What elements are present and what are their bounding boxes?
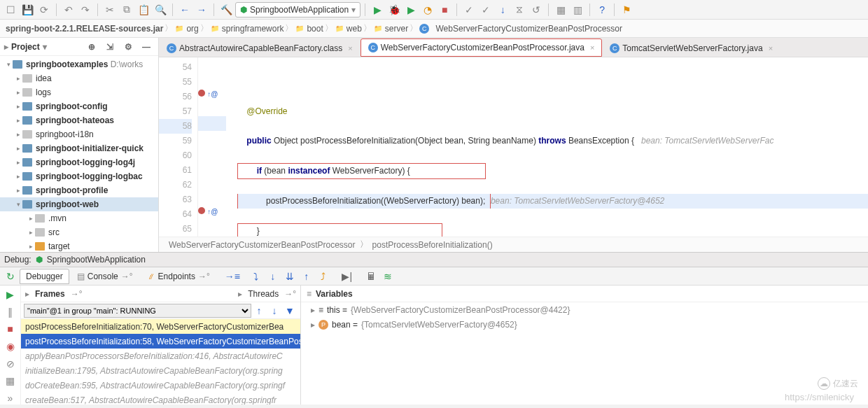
tree-item[interactable]: ▸springboot-logging-logbac — [0, 169, 158, 183]
settings-icon[interactable]: » — [3, 391, 18, 405]
tab-console[interactable]: ▤Console→° — [71, 269, 139, 284]
coverage-icon[interactable]: ▶ — [403, 2, 419, 17]
settings-icon[interactable]: ▥ — [570, 2, 585, 17]
cut-icon[interactable]: ✂ — [102, 2, 118, 17]
frame-row[interactable]: initializeBean:1795, AbstractAutowireCap… — [21, 363, 300, 378]
debug-icon[interactable]: 🐞 — [386, 2, 402, 17]
resume-icon[interactable]: ▶ — [3, 288, 18, 302]
collapse-icon[interactable]: ⇲ — [102, 39, 118, 55]
stop-icon[interactable]: ■ — [437, 2, 452, 17]
prev-frame-icon[interactable]: ↑ — [251, 303, 267, 318]
frame-row[interactable]: createBean:517, AbstractAutowireCapableB… — [21, 393, 300, 405]
close-icon[interactable]: × — [769, 44, 773, 52]
step-over-icon[interactable]: ⤵ — [248, 269, 264, 284]
stop-icon[interactable]: ■ — [3, 323, 18, 336]
mute-bp-icon[interactable]: ⊘ — [3, 357, 18, 370]
frame-row[interactable]: doCreateBean:595, AbstractAutowireCapabl… — [21, 378, 300, 393]
tree-item[interactable]: ▾springboot-web — [0, 197, 158, 211]
paste-icon[interactable]: 📋 — [136, 2, 151, 17]
step-out-icon[interactable]: ↑ — [299, 269, 314, 284]
threads-label[interactable]: Threads — [248, 289, 279, 299]
frame-row[interactable]: postProcessBeforeInitialization:58, WebS… — [21, 334, 300, 349]
layout-icon[interactable]: ▦ — [3, 374, 18, 388]
tree-item[interactable]: ▸idea — [0, 71, 158, 85]
variables-list[interactable]: ▸≡ this = {WebServerFactoryCustomizerBea… — [301, 302, 868, 332]
find-icon[interactable]: 🔍 — [153, 2, 168, 17]
breakpoints-icon[interactable]: ◉ — [3, 340, 18, 353]
filter-icon[interactable]: ▼ — [282, 303, 298, 318]
save-icon[interactable]: 💾 — [20, 2, 35, 17]
crumb-class[interactable]: WebServerFactoryCustomizerBeanPostProces… — [169, 240, 356, 250]
tree-item[interactable]: ▸target — [0, 239, 158, 252]
tree-item[interactable]: ▸.mvn — [0, 211, 158, 225]
tree-item[interactable]: ▸springboot-profile — [0, 183, 158, 197]
bc-pkg4[interactable]: 📁web — [335, 24, 362, 34]
bc-pkg5[interactable]: 📁server — [373, 24, 408, 34]
forward-icon[interactable]: → — [194, 2, 209, 17]
scroll-from-source-icon[interactable]: ⊕ — [84, 39, 99, 55]
bc-jar[interactable]: spring-boot-2.2.1.RELEASE-sources.jar — [6, 24, 163, 34]
override-icon[interactable]: ↑@ — [207, 208, 218, 216]
tab-tomcat-factory[interactable]: CTomcatServletWebServerFactory.java× — [602, 38, 780, 57]
evaluate-icon[interactable]: 🖩 — [363, 269, 379, 284]
run-icon[interactable]: ▶ — [370, 2, 385, 17]
bc-pkg2[interactable]: 📁springframework — [210, 24, 284, 34]
tree-item[interactable]: ▸springboot-hateoas — [0, 113, 158, 127]
trace-icon[interactable]: ≋ — [380, 269, 396, 284]
project-tab-icon[interactable]: ▸ — [4, 42, 8, 52]
variable-row[interactable]: ▸P bean = {TomcatServletWebServerFactory… — [301, 317, 868, 332]
redo-icon[interactable]: ↷ — [78, 2, 93, 17]
run-config-select[interactable]: ⬢ SpringbootWebApplication ▾ — [235, 2, 360, 17]
code-editor[interactable]: 5455 56 57 58 5960616263 64 65 ↑@ ↑@ @Ov… — [159, 57, 868, 237]
breakpoint-icon[interactable] — [198, 90, 205, 97]
bc-pkg3[interactable]: 📁boot — [295, 24, 323, 34]
rerun-icon[interactable]: ↻ — [3, 269, 18, 284]
tab-webserver-processor[interactable]: CWebServerFactoryCustomizerBeanPostProce… — [360, 38, 603, 57]
vcs2-icon[interactable]: ✓ — [478, 2, 493, 17]
breakpoint-icon[interactable] — [198, 207, 205, 214]
bc-pkg1[interactable]: 📁org — [174, 24, 198, 34]
close-icon[interactable]: × — [348, 44, 352, 52]
history-icon[interactable]: ⧖ — [512, 2, 527, 17]
copy-icon[interactable]: ⧉ — [119, 2, 134, 17]
step-into-icon[interactable]: ↓ — [265, 269, 281, 284]
tab-debugger[interactable]: Debugger — [20, 269, 69, 284]
drop-frame-icon[interactable]: ⤴ — [316, 269, 331, 284]
next-frame-icon[interactable]: ↓ — [267, 303, 282, 318]
help-icon[interactable]: ? — [594, 2, 610, 17]
refresh-icon[interactable]: ⟳ — [36, 2, 52, 17]
structure-icon[interactable]: ▦ — [553, 2, 568, 17]
step-expr-icon[interactable]: →≡ — [225, 269, 240, 284]
tree-item[interactable]: ▸springboot-initializer-quick — [0, 141, 158, 155]
override-icon[interactable]: ↑@ — [207, 90, 218, 98]
back-icon[interactable]: ← — [177, 2, 192, 17]
tab-abstract-bean-factory[interactable]: CAbstractAutowireCapableBeanFactory.clas… — [159, 38, 360, 57]
tree-item[interactable]: ▸logs — [0, 85, 158, 99]
open-icon[interactable]: ☐ — [3, 2, 18, 17]
pause-icon[interactable]: ‖ — [3, 306, 18, 319]
project-tree[interactable]: ▾springbootexamples D:\works ▸idea ▸logs… — [0, 56, 158, 252]
tree-item[interactable]: ▸src — [0, 225, 158, 239]
frame-list[interactable]: postProcessBeforeInitialization:70, WebS… — [21, 319, 300, 405]
variable-row[interactable]: ▸≡ this = {WebServerFactoryCustomizerBea… — [301, 302, 868, 317]
gear-icon[interactable]: ⚙ — [120, 39, 136, 55]
tree-item[interactable]: ▸springboot-logging-log4j — [0, 155, 158, 169]
profile-icon[interactable]: ◔ — [420, 2, 435, 17]
undo-icon[interactable]: ↶ — [61, 2, 76, 17]
hide-icon[interactable]: — — [139, 39, 154, 55]
crumb-method[interactable]: postProcessBeforeInitialization() — [372, 240, 493, 250]
run-to-cursor-icon[interactable]: ▶| — [340, 269, 355, 284]
tab-endpoints[interactable]: ⫽Endpoints→° — [141, 269, 216, 284]
update-icon[interactable]: ↓ — [495, 2, 510, 17]
tree-item[interactable]: ▸springboot-i18n — [0, 127, 158, 141]
force-step-into-icon[interactable]: ⇊ — [282, 269, 298, 284]
thread-select[interactable]: "main"@1 in group "main": RUNNING — [24, 304, 251, 318]
build-icon[interactable]: 🔨 — [218, 2, 234, 17]
frame-row[interactable]: applyBeanPostProcessorsBeforeInitializat… — [21, 349, 300, 363]
close-icon[interactable]: × — [590, 43, 594, 52]
bc-class[interactable]: C WebServerFactoryCustomizerBeanPostProc… — [419, 24, 622, 34]
tree-item[interactable]: ▸springboot-config — [0, 99, 158, 113]
code-body[interactable]: @Override public Object postProcessBefor… — [226, 57, 868, 237]
tip-icon[interactable]: ⚑ — [619, 2, 634, 17]
vcs1-icon[interactable]: ✓ — [461, 2, 477, 17]
